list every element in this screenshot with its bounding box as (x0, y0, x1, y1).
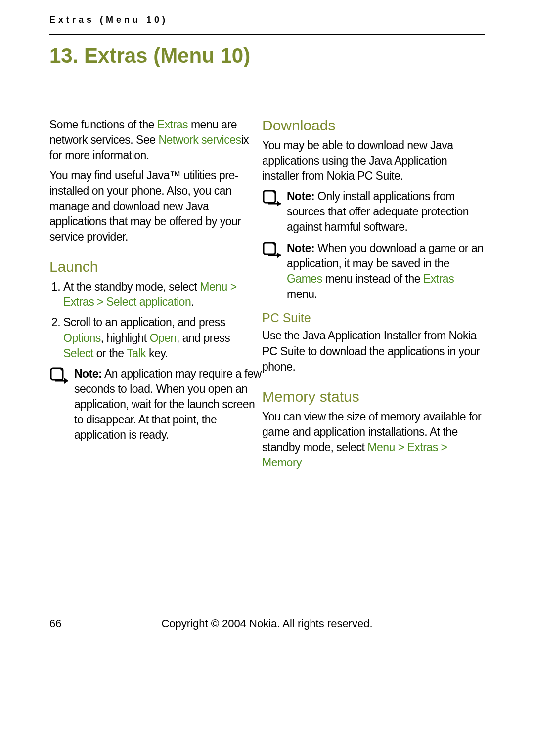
softkey-options: Options (63, 332, 101, 344)
note-text: Note: An application may require a few s… (74, 366, 262, 443)
pc-suite-paragraph: Use the Java Application Installer from … (262, 328, 485, 374)
running-header: Extras (Menu 10) (49, 15, 485, 25)
intro-paragraph-2: You may find useful Java™ utilities pre-… (49, 168, 262, 245)
note-launch: Note: An application may require a few s… (49, 366, 262, 443)
note-install-sources: Note: Only install applications from sou… (262, 189, 485, 235)
text: or the (93, 347, 124, 360)
softkey-open: Open (150, 332, 177, 344)
note-text: Note: Only install applications from sou… (287, 189, 485, 235)
downloads-paragraph: You may be able to download new Java app… (262, 138, 485, 184)
menu-name-games: Games (287, 272, 322, 285)
note-text: Note: When you download a game or an app… (287, 241, 485, 302)
chapter-title: 13. Extras (Menu 10) (49, 44, 485, 68)
note-icon (262, 190, 282, 211)
text: Only install applications from sources t… (287, 190, 469, 233)
launch-steps: At the standby mode, select Menu > Extra… (49, 279, 262, 361)
menu-name-extras: Extras (157, 118, 188, 131)
note-label: Note: (287, 190, 314, 203)
launch-step-1: At the standby mode, select Menu > Extra… (63, 279, 262, 310)
svg-rect-2 (264, 243, 275, 254)
cross-reference-network-services[interactable]: Network services (158, 133, 241, 146)
launch-step-2: Scroll to an application, and press Opti… (63, 315, 262, 361)
text: When you download a game or an applicati… (287, 242, 484, 270)
memory-status-heading: Memory status (262, 388, 485, 405)
text: An application may require a few seconds… (74, 367, 262, 441)
launch-heading: Launch (49, 258, 262, 275)
svg-rect-1 (264, 191, 275, 203)
text: . (191, 295, 194, 308)
left-column: Some functions of the Extras menu are ne… (49, 117, 262, 449)
footer-copyright: Copyright © 2004 Nokia. All rights reser… (0, 617, 534, 630)
intro-paragraph-1: Some functions of the Extras menu are ne… (49, 117, 262, 163)
text: Some functions of the (49, 118, 154, 131)
header-rule (49, 34, 485, 35)
note-download-save: Note: When you download a game or an app… (262, 241, 485, 302)
key-talk: Talk (127, 347, 146, 360)
text: , highlight (101, 332, 147, 344)
memory-status-paragraph: You can view the size of memory availabl… (262, 409, 485, 470)
note-label: Note: (287, 242, 314, 254)
note-icon (262, 242, 282, 263)
menu-name-extras: Extras (423, 272, 454, 285)
right-column: Downloads You may be able to download ne… (262, 117, 485, 475)
text: At the standby mode, select (63, 280, 200, 293)
pc-suite-heading: PC Suite (262, 311, 485, 325)
downloads-heading: Downloads (262, 117, 485, 134)
text: , and press (177, 332, 230, 344)
note-label: Note: (74, 367, 102, 380)
text: key. (146, 347, 168, 360)
note-icon (49, 367, 69, 389)
text: menu instead of the (322, 272, 420, 285)
text: Scroll to an application, and press (63, 316, 225, 329)
softkey-select: Select (63, 347, 93, 360)
text: menu. (287, 288, 317, 300)
svg-rect-0 (51, 368, 63, 380)
